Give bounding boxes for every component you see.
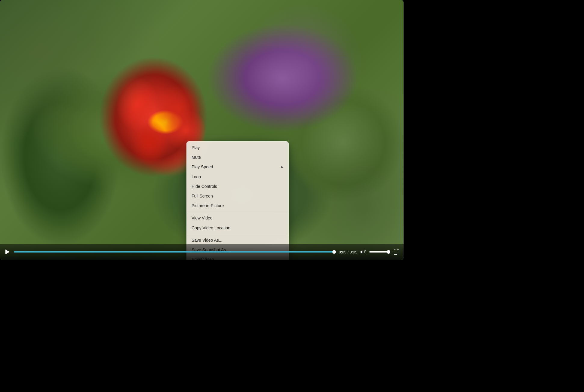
volume-bar[interactable] <box>369 251 390 253</box>
menu-item-play[interactable]: Play <box>187 143 288 152</box>
volume-knob[interactable] <box>387 250 390 254</box>
submenu-arrow-icon: ▶ <box>281 165 284 169</box>
context-menu: Play Mute Play Speed ▶ Loop Hide Control… <box>186 141 289 260</box>
progress-knob[interactable] <box>332 250 336 254</box>
controls-bar: 0:05 / 0:05 <box>0 244 404 260</box>
fullscreen-button[interactable] <box>393 249 399 255</box>
menu-item-loop[interactable]: Loop <box>187 172 288 182</box>
total-time: 0:05 <box>350 250 357 254</box>
menu-item-save-video-as[interactable]: Save Video As... <box>187 235 288 245</box>
current-time: 0:05 <box>339 250 346 254</box>
menu-item-hide-controls[interactable]: Hide Controls <box>187 182 288 191</box>
menu-item-play-speed[interactable]: Play Speed ▶ <box>187 162 288 172</box>
menu-item-copy-video-location[interactable]: Copy Video Location <box>187 223 288 233</box>
volume-button[interactable] <box>360 249 366 255</box>
menu-item-full-screen[interactable]: Full Screen <box>187 191 288 201</box>
menu-item-mute[interactable]: Mute <box>187 152 288 162</box>
time-separator: / <box>347 250 349 254</box>
video-player: Play Mute Play Speed ▶ Loop Hide Control… <box>0 0 404 260</box>
play-button[interactable] <box>4 249 11 255</box>
context-menu-section-video: View Video Copy Video Location <box>187 212 288 234</box>
menu-item-view-video[interactable]: View Video <box>187 213 288 223</box>
menu-item-pip[interactable]: Picture-in-Picture <box>187 201 288 210</box>
time-display: 0:05 / 0:05 <box>339 250 357 254</box>
progress-bar[interactable] <box>14 251 336 253</box>
progress-fill <box>14 251 336 253</box>
context-menu-section-playback: Play Mute Play Speed ▶ Loop Hide Control… <box>187 142 288 212</box>
